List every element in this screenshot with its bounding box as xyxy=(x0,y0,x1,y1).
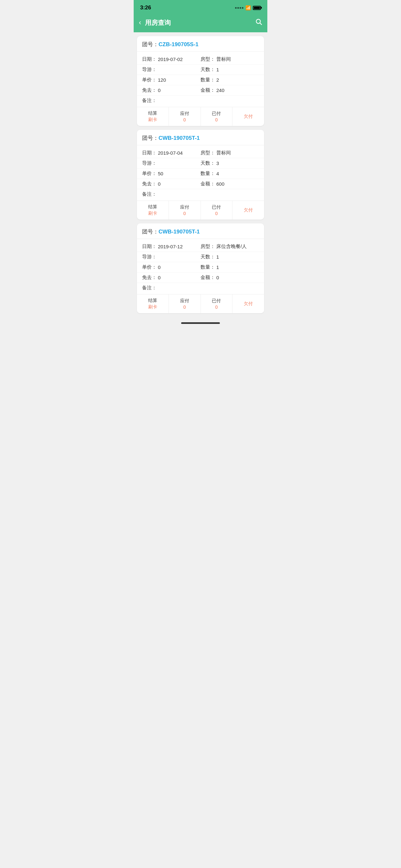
info-label: 单价： xyxy=(142,264,157,270)
info-value: 1 xyxy=(216,254,219,259)
info-col-right-2: 数量：1 xyxy=(201,264,259,270)
info-col-right-4 xyxy=(201,97,259,104)
card-header-value: CZB-190705S-1 xyxy=(158,41,198,48)
info-label: 数量： xyxy=(201,77,215,83)
info-value: 3 xyxy=(216,160,219,166)
info-row-3: 免去：0金额：600 xyxy=(137,179,264,189)
info-label: 天数： xyxy=(201,160,215,166)
card-2-body: 日期：2019-07-04房型：普标间导游：天数：3单价：50数量：4免去：0金… xyxy=(137,145,264,199)
status-time: 3:26 xyxy=(140,4,151,11)
info-value: 600 xyxy=(216,181,224,187)
card-3: 团号：CWB-190705T-1日期：2019-07-12房型：床位含晚餐/人导… xyxy=(137,223,264,313)
footer-cell-value: 0 xyxy=(215,211,218,216)
info-label: 导游： xyxy=(142,160,157,166)
footer-cell-3: 欠付 xyxy=(233,201,264,220)
card-3-header: 团号：CWB-190705T-1 xyxy=(137,223,264,239)
footer-cell-label: 已付 xyxy=(212,111,221,117)
footer-cell-3: 欠付 xyxy=(233,107,264,126)
info-label: 房型： xyxy=(201,150,215,156)
footer-cell-label: 已付 xyxy=(212,205,221,210)
info-row-0: 日期：2019-07-04房型：普标间 xyxy=(137,148,264,158)
info-label: 导游： xyxy=(142,66,157,73)
nav-title: 用房查询 xyxy=(145,19,255,27)
info-value: 0 xyxy=(158,181,160,187)
home-indicator xyxy=(134,317,267,327)
info-col-right-3: 金额：600 xyxy=(201,181,259,187)
footer-cell-1: 应付 0 xyxy=(169,201,201,220)
footer-cell-value: 0 xyxy=(183,305,186,310)
info-label: 房型： xyxy=(201,56,215,62)
search-button[interactable] xyxy=(255,18,262,27)
card-header-value: CWB-190705T-1 xyxy=(158,135,200,141)
footer-cell-value: 0 xyxy=(215,117,218,122)
info-row-2: 单价：0数量：1 xyxy=(137,262,264,273)
info-label: 导游： xyxy=(142,254,157,260)
info-col-right-0: 房型：普标间 xyxy=(201,56,259,62)
card-1-body: 日期：2019-07-02房型：普标间导游：天数：1单价：120数量：2免去：0… xyxy=(137,52,264,105)
info-row-4: 备注： xyxy=(137,283,264,293)
info-value: 1 xyxy=(216,67,219,72)
info-value: 120 xyxy=(158,77,166,83)
info-col-right-1: 天数：1 xyxy=(201,254,259,260)
footer-cell-value: 刷卡 xyxy=(148,304,157,310)
card-header-label: 团号： xyxy=(142,228,158,235)
info-col-right-2: 数量：4 xyxy=(201,170,259,177)
footer-cell-value: 0 xyxy=(215,305,218,310)
info-col-left-4: 备注： xyxy=(142,191,201,197)
info-col-left-4: 备注： xyxy=(142,97,201,104)
info-label: 天数： xyxy=(201,66,215,73)
footer-cell-label: 应付 xyxy=(180,298,189,304)
info-col-left-1: 导游： xyxy=(142,254,201,260)
info-col-left-3: 免去：0 xyxy=(142,275,201,281)
info-value: 床位含晚餐/人 xyxy=(216,244,247,250)
card-2: 团号：CWB-190705T-1日期：2019-07-04房型：普标间导游：天数… xyxy=(137,130,264,220)
info-label: 免去： xyxy=(142,275,157,281)
info-label: 金额： xyxy=(201,275,215,281)
back-button[interactable]: ‹ xyxy=(139,17,144,28)
info-label: 单价： xyxy=(142,77,157,83)
info-row-4: 备注： xyxy=(137,96,264,105)
footer-cell-2: 已付 0 xyxy=(201,201,233,220)
info-col-left-1: 导游： xyxy=(142,160,201,166)
card-3-body: 日期：2019-07-12房型：床位含晚餐/人导游：天数：1单价：0数量：1免去… xyxy=(137,239,264,293)
info-col-left-2: 单价：50 xyxy=(142,170,201,177)
info-value: 2019-07-02 xyxy=(158,57,183,62)
info-col-right-1: 天数：1 xyxy=(201,66,259,73)
content-area: 团号：CZB-190705S-1日期：2019-07-02房型：普标间导游：天数… xyxy=(134,32,267,317)
info-label: 备注： xyxy=(142,191,157,197)
footer-cell-label: 结算 xyxy=(148,204,157,210)
info-value: 2 xyxy=(216,77,219,83)
info-value: 0 xyxy=(158,88,160,93)
footer-cell-label: 应付 xyxy=(180,205,189,210)
info-value: 普标间 xyxy=(216,56,231,62)
info-value: 普标间 xyxy=(216,150,231,156)
footer-cell-2: 已付 0 xyxy=(201,107,233,126)
info-value: 0 xyxy=(158,265,160,270)
card-header-label: 团号： xyxy=(142,135,158,141)
info-label: 数量： xyxy=(201,264,215,270)
card-2-footer: 结算 刷卡 应付 0 已付 0 欠付 xyxy=(137,200,264,220)
info-label: 免去： xyxy=(142,87,157,93)
info-row-1: 导游：天数：3 xyxy=(137,158,264,168)
footer-cell-value: 0 xyxy=(183,211,186,216)
info-col-right-0: 房型：普标间 xyxy=(201,150,259,156)
info-label: 日期： xyxy=(142,150,157,156)
footer-cell-1: 应付 0 xyxy=(169,294,201,313)
battery-icon xyxy=(253,6,261,10)
footer-owed-label: 欠付 xyxy=(244,114,253,120)
info-col-right-2: 数量：2 xyxy=(201,77,259,83)
footer-cell-0: 结算 刷卡 xyxy=(137,294,169,313)
info-col-right-0: 房型：床位含晚餐/人 xyxy=(201,244,259,250)
info-label: 房型： xyxy=(201,244,215,250)
info-col-left-3: 免去：0 xyxy=(142,87,201,93)
info-label: 免去： xyxy=(142,181,157,187)
footer-cell-3: 欠付 xyxy=(233,294,264,313)
info-col-right-1: 天数：3 xyxy=(201,160,259,166)
info-row-3: 免去：0金额：0 xyxy=(137,273,264,283)
info-label: 数量： xyxy=(201,170,215,177)
footer-owed-label: 欠付 xyxy=(244,207,253,213)
footer-cell-label: 结算 xyxy=(148,298,157,304)
card-1-footer: 结算 刷卡 应付 0 已付 0 欠付 xyxy=(137,107,264,126)
info-value: 0 xyxy=(216,275,219,280)
info-col-left-1: 导游： xyxy=(142,66,201,73)
